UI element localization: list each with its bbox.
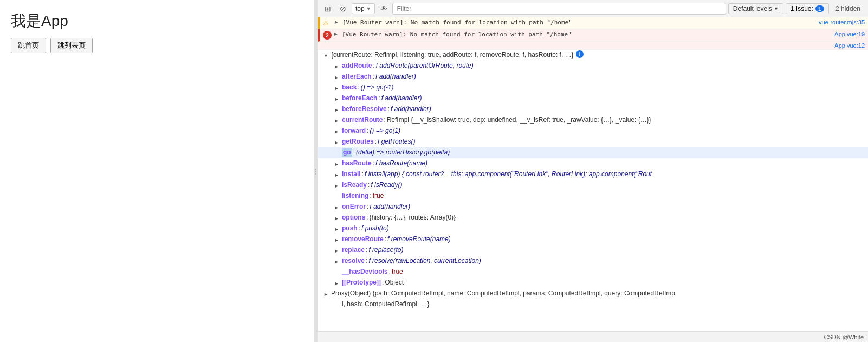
tree-row-beforeResolve: beforeResolve: f add(handler) — [318, 104, 868, 115]
app-title: 我是App — [11, 11, 303, 31]
warn-source-2b[interactable]: App.vue:12 — [834, 42, 865, 49]
tree-row-push: push: f push(to) — [318, 223, 868, 234]
tree-expand-push[interactable] — [334, 225, 341, 234]
button-group: 跳首页 跳列表页 — [11, 38, 303, 53]
left-panel: 我是App 跳首页 跳列表页 — [0, 0, 314, 342]
tree-row-isReady: isReady: f isReady() — [318, 180, 868, 191]
tree-row-proxy-cont: ► l, hash: ComputedRefImpl, …} — [318, 299, 868, 310]
tree-row-listening: ► listening: true — [318, 191, 868, 202]
tree-expand-afterEach[interactable] — [334, 73, 341, 82]
tree-row-currentRoute: currentRoute: RefImpl {__v_isShallow: tr… — [318, 115, 868, 126]
filter-input[interactable] — [392, 3, 726, 15]
warn-text-2: [Vue Router warn]: No match found for lo… — [342, 31, 830, 38]
warn-source-extra: App.vue:12 — [318, 42, 868, 50]
tree-row-hasDevtools: ► __hasDevtools: true — [318, 267, 868, 278]
console-warn-1: ⚠ ► [Vue Router warn]: No match found fo… — [318, 17, 868, 29]
issue-count: 1 — [815, 5, 824, 12]
tree-expand-beforeEach[interactable] — [334, 95, 341, 104]
tree-row-hasRoute: hasRoute: f hasRoute(name) — [318, 158, 868, 169]
devtools-toolbar: ⊞ ⊘ top ▼ 👁 Default levels ▼ 1 Issue: 1 … — [318, 0, 868, 17]
hidden-button[interactable]: 2 hidden — [831, 4, 865, 14]
tree-expand-resolve[interactable] — [334, 257, 341, 266]
warn-text-1: [Vue Router warn]: No match found for lo… — [342, 19, 814, 26]
credit-text: CSDN @White — [824, 334, 864, 340]
issue-label: 1 Issue: — [791, 5, 813, 12]
tree-root-row: {currentRoute: RefImpl, listening: true,… — [318, 50, 868, 61]
warn-source-1[interactable]: vue-router.mjs:35 — [819, 19, 865, 25]
tree-row-getRoutes: getRoutes: f getRoutes() — [318, 137, 868, 147]
warn-icon-1: ⚠ — [323, 20, 332, 27]
tree-row-install: install: f install(app) { const router2 … — [318, 169, 868, 180]
info-icon[interactable]: i — [576, 50, 584, 58]
console-area: ⚠ ► [Vue Router warn]: No match found fo… — [318, 17, 868, 331]
tree-expand-removeRoute[interactable] — [334, 236, 341, 244]
tree-expand-getRoutes[interactable] — [334, 138, 341, 147]
tree-row-afterEach: afterEach: f add(handler) — [318, 72, 868, 82]
tree-row-addRoute: addRoute: f addRoute(parentOrRoute, rout… — [318, 61, 868, 72]
tree-expand-currentRoute[interactable] — [334, 117, 341, 125]
tree-row-prototype: [[Prototype]]: Object — [318, 278, 868, 288]
source-icon-button[interactable]: ⊞ — [321, 2, 334, 15]
top-dropdown[interactable]: top ▼ — [352, 3, 375, 14]
goto-home-button[interactable]: 跳首页 — [11, 38, 46, 53]
issue-badge: 1 Issue: 1 — [786, 3, 829, 14]
tree-expand-replace[interactable] — [334, 247, 341, 255]
tree-row-replace: replace: f replace(to) — [318, 245, 868, 256]
tree-expand-prototype[interactable] — [334, 279, 341, 288]
tree-expand-back[interactable] — [334, 84, 341, 93]
tree-row-beforeEach: beforeEach: f add(handler) — [318, 93, 868, 104]
tree-expand-hasRoute[interactable] — [334, 160, 341, 169]
tree-expand-onError[interactable] — [334, 203, 341, 212]
block-icon-button[interactable]: ⊘ — [336, 2, 349, 15]
top-label: top — [355, 5, 365, 12]
bottom-bar: CSDN @White — [318, 331, 868, 342]
tree-row-options: options: {history: {…}, routes: Array(0)… — [318, 212, 868, 223]
tree-root-val: {currentRoute: RefImpl, listening: true,… — [331, 50, 574, 59]
tree-expand-addRoute[interactable] — [334, 62, 341, 71]
levels-label: Default levels — [733, 5, 772, 12]
tree-row-go[interactable]: ► go: (delta) => routerHistory.go(delta) — [318, 147, 868, 158]
tree-expand-options[interactable] — [334, 214, 341, 223]
eye-icon-button[interactable]: 👁 — [377, 2, 390, 15]
tree-expand-isReady[interactable] — [334, 182, 341, 190]
expand-arrow-2[interactable]: ► — [333, 31, 341, 37]
tree-row-onError: onError: f add(handler) — [318, 202, 868, 212]
tree-expand-forward[interactable] — [334, 127, 341, 136]
default-levels-button[interactable]: Default levels ▼ — [728, 3, 783, 14]
devtools-panel: ⊞ ⊘ top ▼ 👁 Default levels ▼ 1 Issue: 1 … — [318, 0, 868, 342]
levels-chevron-icon: ▼ — [774, 6, 779, 11]
tree-row-forward: forward: () => go(1) — [318, 126, 868, 137]
tree-expand-proxy[interactable] — [323, 290, 330, 299]
warn-source-2a[interactable]: App.vue:19 — [834, 31, 865, 37]
tree-row-proxy: Proxy(Object) {path: ComputedRefImpl, na… — [318, 288, 868, 299]
tree-row-resolve: resolve: f resolve(rawLocation, currentL… — [318, 256, 868, 267]
console-warn-2: 2 ► [Vue Router warn]: No match found fo… — [318, 29, 868, 42]
tree-root-expand[interactable] — [323, 51, 330, 60]
goto-list-button[interactable]: 跳列表页 — [50, 38, 93, 53]
expand-arrow-1[interactable]: ► — [334, 19, 341, 25]
chevron-down-icon: ▼ — [366, 6, 371, 11]
tree-expand-beforeResolve[interactable] — [334, 106, 341, 114]
error-count-badge: 2 — [323, 31, 332, 40]
tree-expand-install[interactable] — [334, 171, 341, 179]
tree-row-removeRoute: removeRoute: f removeRoute(name) — [318, 234, 868, 245]
tree-row-back: back: () => go(-1) — [318, 82, 868, 93]
